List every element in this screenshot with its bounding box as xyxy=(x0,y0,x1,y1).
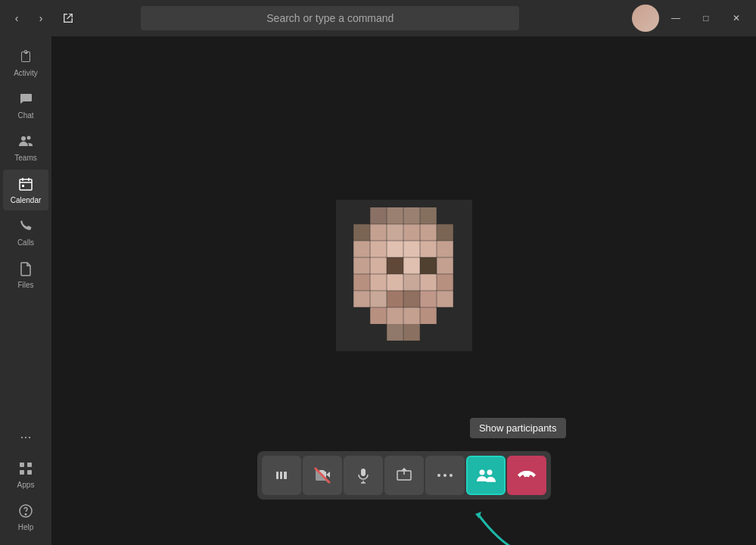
help-icon xyxy=(17,503,34,522)
svg-rect-16 xyxy=(370,224,387,241)
sidebar-item-chat[interactable]: Chat xyxy=(3,85,48,126)
svg-rect-25 xyxy=(420,241,437,257)
svg-rect-64 xyxy=(276,472,278,479)
svg-point-73 xyxy=(443,474,446,477)
controls-bar xyxy=(257,451,551,500)
help-label: Help xyxy=(18,523,34,531)
maximize-button[interactable]: □ xyxy=(692,8,720,29)
svg-rect-50 xyxy=(403,324,420,341)
sidebar-item-help[interactable]: Help xyxy=(3,497,48,537)
title-bar: ‹ › — □ ✕ xyxy=(0,0,756,36)
nav-buttons: ‹ › xyxy=(6,8,51,29)
end-call-icon xyxy=(517,469,537,481)
camera-button[interactable] xyxy=(303,456,342,495)
svg-rect-30 xyxy=(403,257,420,274)
forward-button[interactable]: › xyxy=(30,8,51,29)
controls-container: Show participants xyxy=(257,451,551,500)
camera-off-icon xyxy=(313,466,331,484)
svg-point-74 xyxy=(450,474,453,477)
calls-label: Calls xyxy=(17,238,34,247)
svg-rect-32 xyxy=(437,257,453,274)
svg-rect-17 xyxy=(387,224,403,241)
close-button[interactable]: ✕ xyxy=(723,8,750,29)
svg-rect-33 xyxy=(353,274,370,291)
svg-rect-43 xyxy=(420,291,437,307)
sidebar-item-teams[interactable]: Teams xyxy=(3,127,48,168)
svg-rect-23 xyxy=(387,241,403,257)
svg-rect-4 xyxy=(20,462,24,467)
calendar-icon xyxy=(17,176,34,195)
svg-rect-6 xyxy=(20,470,24,475)
svg-rect-35 xyxy=(387,274,403,291)
title-bar-right: — □ ✕ xyxy=(632,5,750,32)
svg-point-75 xyxy=(479,470,484,475)
arrow-svg xyxy=(468,508,528,545)
svg-rect-20 xyxy=(437,224,453,241)
svg-rect-28 xyxy=(370,257,387,274)
svg-rect-13 xyxy=(403,207,420,224)
svg-rect-38 xyxy=(437,274,453,291)
hold-icon xyxy=(273,467,290,484)
svg-rect-36 xyxy=(403,274,420,291)
sidebar-item-calls[interactable]: Calls xyxy=(3,212,48,253)
svg-rect-29 xyxy=(387,257,403,274)
sidebar-item-activity[interactable]: Activity xyxy=(3,42,48,83)
svg-rect-42 xyxy=(403,291,420,307)
user-avatar[interactable] xyxy=(632,5,659,32)
svg-rect-68 xyxy=(361,469,366,476)
svg-rect-14 xyxy=(420,207,437,224)
apps-label: Apps xyxy=(17,481,35,489)
svg-rect-40 xyxy=(370,291,387,307)
activity-icon xyxy=(17,48,34,67)
svg-rect-49 xyxy=(387,324,403,341)
svg-rect-41 xyxy=(387,291,403,307)
pixelated-face xyxy=(336,200,472,351)
svg-rect-45 xyxy=(370,307,387,324)
more-dots-icon xyxy=(437,474,453,477)
mic-button[interactable] xyxy=(344,456,383,495)
end-call-button[interactable] xyxy=(507,456,546,495)
svg-point-1 xyxy=(27,136,31,140)
teams-icon xyxy=(17,133,34,152)
svg-rect-24 xyxy=(403,241,420,257)
mic-icon xyxy=(355,467,372,484)
files-label: Files xyxy=(17,281,33,289)
search-input[interactable] xyxy=(141,6,519,30)
hold-button[interactable] xyxy=(262,456,301,495)
sidebar-more[interactable]: ··· xyxy=(3,423,48,451)
more-dots-icon: ··· xyxy=(20,429,31,445)
svg-rect-46 xyxy=(387,307,403,324)
svg-rect-2 xyxy=(20,179,32,190)
arrow-indicator xyxy=(468,508,528,545)
minimize-button[interactable]: — xyxy=(662,8,689,29)
svg-rect-31 xyxy=(420,257,437,274)
svg-rect-26 xyxy=(437,241,453,257)
svg-point-9 xyxy=(25,514,26,515)
show-participants-button[interactable] xyxy=(466,456,506,495)
main-layout: Activity Chat Teams xyxy=(0,36,756,545)
chat-label: Chat xyxy=(17,111,33,120)
share-button[interactable] xyxy=(384,456,424,495)
calls-icon xyxy=(17,218,34,237)
svg-rect-65 xyxy=(280,472,282,479)
sidebar-item-calendar[interactable]: Calendar xyxy=(3,170,48,210)
svg-rect-15 xyxy=(353,224,370,241)
calendar-label: Calendar xyxy=(11,196,42,204)
more-options-button[interactable] xyxy=(425,456,465,495)
svg-rect-39 xyxy=(353,291,370,307)
video-area xyxy=(336,200,472,351)
back-button[interactable]: ‹ xyxy=(6,8,27,29)
sidebar-item-apps[interactable]: Apps xyxy=(3,454,48,495)
svg-rect-19 xyxy=(420,224,437,241)
files-icon xyxy=(17,260,34,279)
sidebar-item-files[interactable]: Files xyxy=(3,254,48,295)
participants-icon xyxy=(476,467,496,484)
svg-rect-7 xyxy=(27,470,32,475)
svg-rect-3 xyxy=(22,185,24,187)
svg-rect-47 xyxy=(403,307,420,324)
svg-point-0 xyxy=(21,136,26,141)
svg-rect-37 xyxy=(420,274,437,291)
share-icon xyxy=(396,467,412,484)
open-button[interactable] xyxy=(58,8,79,29)
participant-video xyxy=(336,200,472,351)
